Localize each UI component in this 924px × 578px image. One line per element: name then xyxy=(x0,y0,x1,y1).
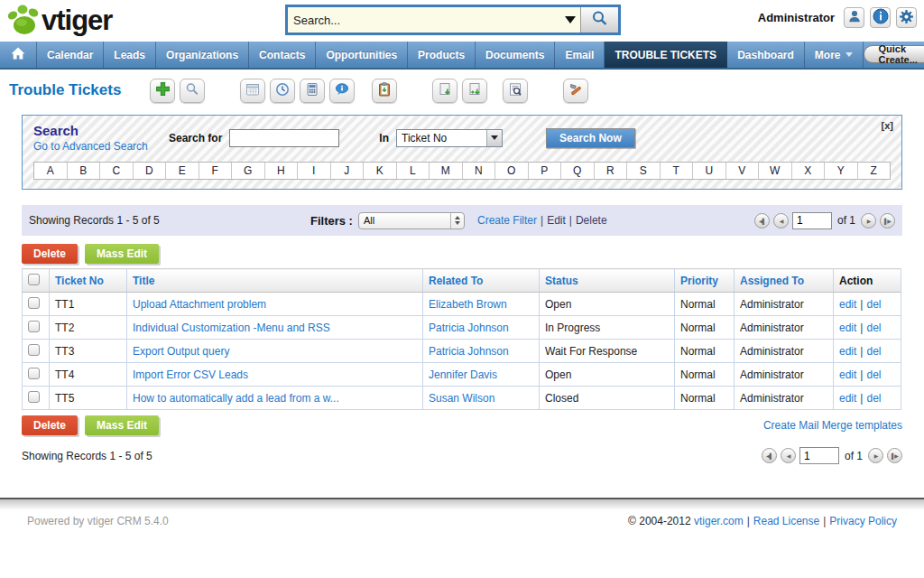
edit-link[interactable]: edit xyxy=(839,345,856,358)
search-field-select[interactable]: Ticket No xyxy=(396,129,503,147)
nav-tab-documents[interactable]: Documents xyxy=(476,42,555,68)
delete-filter-link[interactable]: Delete xyxy=(576,214,607,227)
create-filter-link[interactable]: Create Filter xyxy=(477,214,537,227)
nav-tab-opportunities[interactable]: Opportunities xyxy=(316,42,408,68)
alpha-link-e[interactable]: E xyxy=(166,163,199,179)
search-now-button[interactable]: Search Now xyxy=(546,128,635,148)
related-to-link[interactable]: Patricia Johnson xyxy=(429,345,509,358)
nav-tab-organizations[interactable]: Organizations xyxy=(156,42,249,68)
next-page-button[interactable]: ▶ xyxy=(868,448,883,463)
mass-edit-button[interactable]: Mass Edit xyxy=(85,244,159,264)
alpha-link-g[interactable]: G xyxy=(232,163,265,179)
del-link[interactable]: del xyxy=(866,345,881,358)
nav-tab-contacts[interactable]: Contacts xyxy=(249,42,316,68)
delete-button[interactable]: Delete xyxy=(22,244,78,264)
alpha-link-k[interactable]: K xyxy=(364,163,397,179)
edit-link[interactable]: edit xyxy=(839,392,856,405)
global-search-button[interactable] xyxy=(580,7,618,33)
alpha-link-j[interactable]: J xyxy=(331,163,365,179)
mass-edit-button-bottom[interactable]: Mass Edit xyxy=(85,415,159,435)
edit-filter-link[interactable]: Edit xyxy=(547,214,566,227)
row-checkbox[interactable] xyxy=(28,368,40,379)
global-search-dropdown-icon[interactable] xyxy=(560,7,580,33)
row-checkbox[interactable] xyxy=(28,344,40,356)
first-page-button[interactable]: ◀▌ xyxy=(762,448,777,463)
edit-link[interactable]: edit xyxy=(839,322,856,334)
alpha-link-v[interactable]: V xyxy=(726,163,760,179)
export-button[interactable] xyxy=(432,79,457,103)
import-button[interactable] xyxy=(462,79,487,103)
page-number-input[interactable] xyxy=(792,212,832,229)
del-link[interactable]: del xyxy=(866,368,881,381)
find-duplicates-button[interactable] xyxy=(503,79,528,103)
row-checkbox[interactable] xyxy=(28,297,40,309)
vtiger-site-link[interactable]: vtiger.com xyxy=(694,515,744,527)
column-header-title[interactable]: Title xyxy=(127,269,423,293)
alpha-link-p[interactable]: P xyxy=(529,163,562,179)
alpha-link-x[interactable]: X xyxy=(792,163,826,179)
alpha-link-m[interactable]: M xyxy=(430,163,463,179)
column-header-ticket-no[interactable]: Ticket No xyxy=(50,269,127,293)
related-to-link[interactable]: Patricia Johnson xyxy=(429,322,509,334)
calendar-shortcut-button[interactable] xyxy=(240,79,265,103)
alpha-link-f[interactable]: F xyxy=(199,163,233,179)
prev-page-button[interactable]: ◀ xyxy=(773,213,789,228)
alpha-link-h[interactable]: H xyxy=(265,163,299,179)
column-header-priority[interactable]: Priority xyxy=(675,269,735,293)
column-header-assigned-to[interactable]: Assigned To xyxy=(735,269,834,293)
settings-tools-button[interactable] xyxy=(563,79,588,103)
privacy-policy-link[interactable]: Privacy Policy xyxy=(829,515,897,527)
clock-shortcut-button[interactable] xyxy=(270,79,295,103)
my-preferences-button[interactable] xyxy=(844,7,864,28)
ticket-title-link[interactable]: Individual Customization -Menu and RSS xyxy=(133,322,330,334)
add-ticket-button[interactable] xyxy=(150,79,175,103)
create-mail-merge-link[interactable]: Create Mail Merge templates xyxy=(763,419,902,432)
alpha-link-t[interactable]: T xyxy=(661,163,694,179)
search-for-input[interactable] xyxy=(229,129,339,147)
nav-tab-dashboard[interactable]: Dashboard xyxy=(727,42,805,68)
alpha-link-z[interactable]: Z xyxy=(858,163,891,179)
filter-select[interactable]: All xyxy=(358,212,465,229)
nav-tab-trouble-tickets[interactable]: TROUBLE TICKETS xyxy=(605,42,727,68)
alpha-link-y[interactable]: Y xyxy=(825,163,858,179)
alpha-link-w[interactable]: W xyxy=(759,163,792,179)
alpha-link-n[interactable]: N xyxy=(463,163,496,179)
close-search-panel-button[interactable]: [x] xyxy=(882,120,893,131)
alpha-link-i[interactable]: I xyxy=(298,163,331,179)
quick-create-button[interactable]: Quick Create... xyxy=(864,45,924,63)
nav-more-menu[interactable]: More xyxy=(805,42,864,68)
alpha-link-a[interactable]: A xyxy=(34,163,68,179)
chat-shortcut-button[interactable] xyxy=(329,79,355,103)
del-link[interactable]: del xyxy=(866,322,881,334)
nav-tab-email[interactable]: Email xyxy=(555,42,605,68)
column-header-related-to[interactable]: Related To xyxy=(423,269,540,293)
related-to-link[interactable]: Susan Wilson xyxy=(429,392,494,405)
alpha-link-r[interactable]: R xyxy=(595,163,628,179)
select-all-checkbox[interactable] xyxy=(28,274,40,285)
nav-tab-calendar[interactable]: Calendar xyxy=(37,42,104,68)
ticket-title-link[interactable]: How to automatically add a lead from a w… xyxy=(133,392,339,405)
related-to-link[interactable]: Jennifer Davis xyxy=(429,368,497,381)
alpha-link-o[interactable]: O xyxy=(495,163,529,179)
nav-tab-leads[interactable]: Leads xyxy=(104,42,156,68)
next-page-button[interactable]: ▶ xyxy=(861,213,876,228)
alpha-link-u[interactable]: U xyxy=(693,163,726,179)
alpha-link-s[interactable]: S xyxy=(627,163,661,179)
delete-button-bottom[interactable]: Delete xyxy=(22,415,78,435)
advanced-search-link[interactable]: Go to Advanced Search xyxy=(33,140,148,153)
nav-tab-products[interactable]: Products xyxy=(408,42,476,68)
related-to-link[interactable]: Elizabeth Brown xyxy=(429,298,507,311)
del-link[interactable]: del xyxy=(866,392,881,405)
alpha-link-d[interactable]: D xyxy=(134,163,167,179)
last-page-button[interactable]: ▌▶ xyxy=(880,213,895,228)
alpha-link-l[interactable]: L xyxy=(397,163,430,179)
search-tickets-button[interactable] xyxy=(180,79,205,103)
first-page-button[interactable]: ◀▌ xyxy=(754,213,770,228)
help-button[interactable] xyxy=(870,7,891,28)
page-number-input-bottom[interactable] xyxy=(799,447,839,464)
row-checkbox[interactable] xyxy=(28,391,40,403)
calculator-shortcut-button[interactable] xyxy=(300,79,325,103)
ticket-title-link[interactable]: Export Output query xyxy=(133,345,229,358)
row-checkbox[interactable] xyxy=(28,321,40,332)
settings-button[interactable] xyxy=(896,7,917,28)
